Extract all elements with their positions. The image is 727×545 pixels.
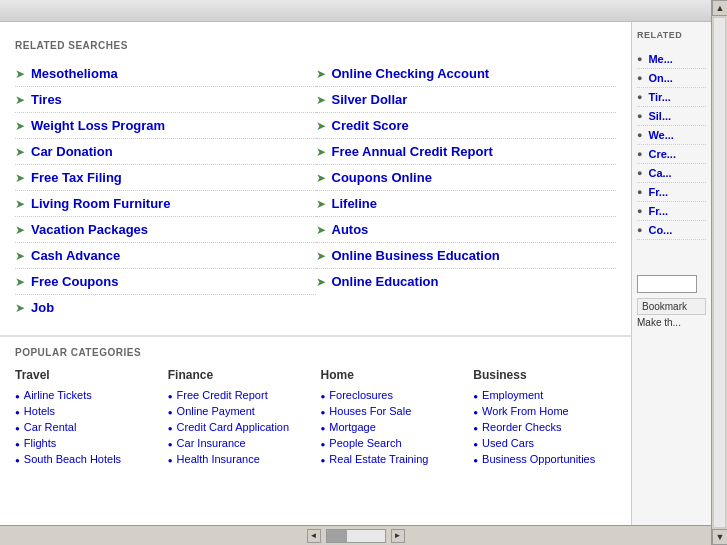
- list-item: ➤ Free Annual Credit Report: [316, 139, 617, 165]
- bookmark-input[interactable]: [637, 275, 697, 293]
- arrow-icon: ➤: [316, 197, 326, 211]
- online-education-link[interactable]: Online Education: [332, 274, 439, 289]
- list-item: ➤ Weight Loss Program: [15, 113, 316, 139]
- right-panel-on-link[interactable]: On...: [648, 72, 672, 84]
- business-opportunities-link[interactable]: Business Opportunities: [482, 453, 595, 465]
- arrow-icon: ➤: [316, 67, 326, 81]
- free-coupons-link[interactable]: Free Coupons: [31, 274, 118, 289]
- mesothelioma-link[interactable]: Mesothelioma: [31, 66, 118, 81]
- living-room-link[interactable]: Living Room Furniture: [31, 196, 170, 211]
- arrow-icon: ➤: [15, 119, 25, 133]
- arrow-icon: ➤: [316, 249, 326, 263]
- weight-loss-link[interactable]: Weight Loss Program: [31, 118, 165, 133]
- online-checking-link[interactable]: Online Checking Account: [332, 66, 490, 81]
- right-panel-ca-link[interactable]: Ca...: [648, 167, 671, 179]
- work-from-home-link[interactable]: Work From Home: [482, 405, 569, 417]
- south-beach-link[interactable]: South Beach Hotels: [24, 453, 121, 465]
- car-rental-link[interactable]: Car Rental: [24, 421, 77, 433]
- credit-card-app-link[interactable]: Credit Card Application: [177, 421, 290, 433]
- scroll-up-button[interactable]: ▲: [712, 0, 727, 16]
- right-panel-cr-link[interactable]: Cre...: [648, 148, 676, 160]
- horizontal-scroll-track[interactable]: [326, 529, 386, 543]
- list-item: ● Car Insurance: [168, 435, 311, 451]
- bullet-icon: ●: [473, 392, 478, 401]
- list-item: ● Used Cars: [473, 435, 616, 451]
- right-panel-sil-link[interactable]: Sil...: [648, 110, 671, 122]
- categories-grid: Travel ● Airline Tickets ● Hotels ● Car …: [15, 368, 616, 467]
- scroll-down-button[interactable]: ▼: [712, 529, 727, 545]
- bullet-icon: ●: [168, 392, 173, 401]
- list-item: ➤ Cash Advance: [15, 243, 316, 269]
- bullet-icon: ●: [473, 424, 478, 433]
- houses-for-sale-link[interactable]: Houses For Sale: [329, 405, 411, 417]
- tires-link[interactable]: Tires: [31, 92, 62, 107]
- bullet-icon: ●: [15, 408, 20, 417]
- free-credit-report-link[interactable]: Free Credit Report: [177, 389, 268, 401]
- arrow-icon: ➤: [15, 275, 25, 289]
- list-item: ● Fr...: [637, 183, 706, 202]
- silver-dollar-link[interactable]: Silver Dollar: [332, 92, 408, 107]
- list-item: ➤ Autos: [316, 217, 617, 243]
- reorder-checks-link[interactable]: Reorder Checks: [482, 421, 561, 433]
- real-estate-training-link[interactable]: Real Estate Training: [329, 453, 428, 465]
- vacation-packages-link[interactable]: Vacation Packages: [31, 222, 148, 237]
- travel-column: Travel ● Airline Tickets ● Hotels ● Car …: [15, 368, 158, 467]
- scroll-right-button[interactable]: ►: [391, 529, 405, 543]
- mortgage-link[interactable]: Mortgage: [329, 421, 375, 433]
- list-item: ➤ Online Education: [316, 269, 617, 294]
- list-item: ● Free Credit Report: [168, 387, 311, 403]
- arrow-icon: ➤: [15, 67, 25, 81]
- arrow-icon: ➤: [316, 93, 326, 107]
- free-annual-credit-link[interactable]: Free Annual Credit Report: [332, 144, 493, 159]
- right-panel-me-link[interactable]: Me...: [648, 53, 672, 65]
- list-item: ➤ Car Donation: [15, 139, 316, 165]
- right-panel-co-link[interactable]: Co...: [648, 224, 672, 236]
- list-item: ➤ Online Business Education: [316, 243, 617, 269]
- airline-tickets-link[interactable]: Airline Tickets: [24, 389, 92, 401]
- arrow-icon: ➤: [316, 275, 326, 289]
- bullet-icon: ●: [15, 456, 20, 465]
- bullet-icon: ●: [321, 456, 326, 465]
- related-searches-title: RELATED SEARCHES: [15, 40, 616, 51]
- horizontal-scrollbar[interactable]: ◄ ►: [0, 525, 711, 545]
- popular-categories-section: POPULAR CATEGORIES Travel ● Airline Tick…: [0, 335, 631, 477]
- car-insurance-link[interactable]: Car Insurance: [177, 437, 246, 449]
- hotels-link[interactable]: Hotels: [24, 405, 55, 417]
- bullet-icon: ●: [321, 440, 326, 449]
- health-insurance-link[interactable]: Health Insurance: [177, 453, 260, 465]
- online-business-edu-link[interactable]: Online Business Education: [332, 248, 500, 263]
- lifeline-link[interactable]: Lifeline: [332, 196, 378, 211]
- list-item: ● Business Opportunities: [473, 451, 616, 467]
- list-item: ● People Search: [321, 435, 464, 451]
- arrow-icon: ➤: [15, 93, 25, 107]
- free-tax-filing-link[interactable]: Free Tax Filing: [31, 170, 122, 185]
- cash-advance-link[interactable]: Cash Advance: [31, 248, 120, 263]
- foreclosures-link[interactable]: Foreclosures: [329, 389, 393, 401]
- arrow-icon: ➤: [15, 223, 25, 237]
- people-search-link[interactable]: People Search: [329, 437, 401, 449]
- scroll-track[interactable]: [713, 17, 726, 528]
- right-panel-ti-link[interactable]: Tir...: [648, 91, 670, 103]
- employment-link[interactable]: Employment: [482, 389, 543, 401]
- list-item: ● Fr...: [637, 202, 706, 221]
- car-donation-link[interactable]: Car Donation: [31, 144, 113, 159]
- arrow-icon: ➤: [15, 197, 25, 211]
- arrow-icon: ➤: [316, 119, 326, 133]
- arrow-icon: ●: [637, 54, 642, 64]
- vertical-scrollbar[interactable]: ▲ ▼: [711, 0, 727, 545]
- list-item: ● Tir...: [637, 88, 706, 107]
- arrow-icon: ➤: [15, 145, 25, 159]
- right-panel-we-link[interactable]: We...: [648, 129, 673, 141]
- arrow-icon: ➤: [15, 249, 25, 263]
- autos-link[interactable]: Autos: [332, 222, 369, 237]
- flights-link[interactable]: Flights: [24, 437, 56, 449]
- right-panel-fr2-link[interactable]: Fr...: [648, 205, 668, 217]
- job-link[interactable]: Job: [31, 300, 54, 315]
- online-payment-link[interactable]: Online Payment: [177, 405, 255, 417]
- right-panel-fr1-link[interactable]: Fr...: [648, 186, 668, 198]
- credit-score-link[interactable]: Credit Score: [332, 118, 409, 133]
- related-searches-section: RELATED SEARCHES ➤ Mesothelioma ➤ Tires …: [0, 30, 631, 330]
- scroll-left-button[interactable]: ◄: [307, 529, 321, 543]
- used-cars-link[interactable]: Used Cars: [482, 437, 534, 449]
- coupons-online-link[interactable]: Coupons Online: [332, 170, 432, 185]
